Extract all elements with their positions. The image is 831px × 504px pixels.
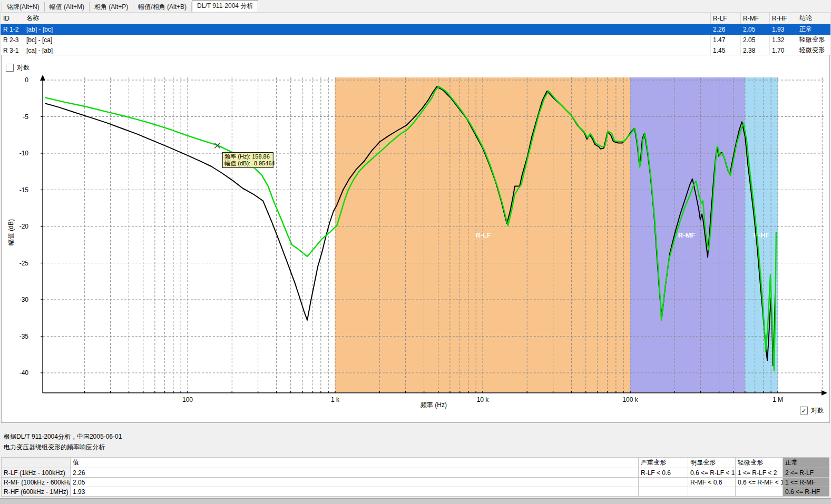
tooltip-frequency: 频率 (Hz): 158.86: [224, 153, 270, 160]
y-tick-label: -30: [19, 296, 29, 303]
criteria-cell-slight: 0.6 <= R-MF < 1: [736, 478, 783, 487]
y-tick-label: -5: [23, 113, 28, 121]
y-tick-label: -15: [19, 186, 29, 194]
criteria-column-header: [2, 458, 71, 468]
chart-panel[interactable]: R-LFR-MFR-HF1001 k10 k100 k1 M0-5-10-15-…: [1, 55, 830, 423]
tab-4-active[interactable]: DL/T 911-2004 分析: [192, 0, 258, 12]
y-tick-label: -20: [19, 223, 29, 230]
criteria-cell-value: 2.05: [71, 478, 639, 487]
checkbox-icon[interactable]: [6, 64, 14, 72]
tab-2[interactable]: 相角 (Alt+P): [90, 2, 133, 12]
tab-0[interactable]: 铭牌(Alt+N): [2, 2, 45, 12]
criteria-cell-obvious: R-MF < 0.6: [688, 478, 736, 487]
criteria-cell-value: 1.93: [71, 487, 639, 497]
cell-rmf[interactable]: 2.05: [741, 24, 770, 35]
fra-analysis-window: { "tabs": { "items": [ {"label": "铭牌(Alt…: [0, 0, 831, 504]
column-header[interactable]: R-HF: [770, 13, 797, 24]
region-label-R-MF: R-MF: [678, 231, 696, 239]
criteria-cell-severe: [639, 487, 688, 497]
cell-id[interactable]: R 1-2: [1, 24, 24, 35]
cell-rmf[interactable]: 2.05: [741, 35, 770, 45]
criteria-table-header: 值严重变形明显变形轻微变形正常: [2, 458, 829, 468]
y-tick-label: -25: [19, 260, 29, 267]
cell-conclusion[interactable]: 轻微变形: [797, 35, 830, 45]
cell-name[interactable]: [ca] - [ab]: [24, 45, 711, 56]
column-header[interactable]: R-MF: [741, 13, 770, 24]
cell-id[interactable]: R 3-1: [1, 45, 24, 56]
criteria-cell-label: R-MF (100kHz - 600kHz): [2, 478, 71, 487]
criteria-table: 值严重变形明显变形轻微变形正常 R-LF (1kHz - 100kHz)2.26…: [1, 457, 829, 497]
region-label-R-LF: R-LF: [475, 231, 491, 239]
table-row[interactable]: R 2-3[bc] - [ca]1.472.051.32轻微变形: [1, 35, 830, 45]
criteria-cell-slight: 1 <= R-LF < 2: [736, 468, 783, 478]
tab-3[interactable]: 幅值/相角 (Alt+B): [133, 2, 192, 12]
criteria-cell-label: R-LF (1kHz - 100kHz): [2, 468, 71, 478]
cell-conclusion[interactable]: 轻微变形: [797, 45, 830, 56]
cell-name[interactable]: [bc] - [ca]: [24, 35, 711, 45]
criteria-cell-normal: 1 <= R-MF: [783, 478, 829, 487]
cell-conclusion[interactable]: 正常: [797, 24, 830, 35]
criteria-column-header: 正常: [783, 458, 829, 468]
criteria-row: R-LF (1kHz - 100kHz)2.26R-LF < 0.60.6 <=…: [2, 468, 829, 478]
horizontal-scrollbar[interactable]: [0, 498, 831, 504]
log-scale-checkbox-top[interactable]: 对数: [6, 63, 30, 72]
criteria-cell-slight: [736, 487, 783, 497]
cell-rlf[interactable]: 1.45: [711, 45, 741, 56]
results-table: ID名称R-LFR-MFR-HF结论 R 1-2[ab] - [bc]2.262…: [1, 12, 830, 56]
criteria-column-header: 严重变形: [639, 458, 688, 468]
tab-bar: 铭牌(Alt+N)幅值 (Alt+M)相角 (Alt+P)幅值/相角 (Alt+…: [2, 0, 258, 12]
analysis-standard-note: 根据DL/T 911-2004分析，中国2005-06-01: [4, 432, 122, 441]
y-tick-label: -35: [19, 333, 29, 340]
criteria-cell-normal: 2 <= R-LF: [783, 468, 829, 478]
criteria-cell-severe: R-LF < 0.6: [639, 468, 688, 478]
cell-rhf[interactable]: 1.70: [770, 45, 797, 56]
column-header[interactable]: R-LF: [711, 13, 741, 24]
criteria-cell-label: R-HF (600kHz - 1MHz): [2, 487, 71, 497]
table-row[interactable]: R 3-1[ca] - [ab]1.452.381.70轻微变形: [1, 45, 830, 56]
x-tick-label: 1 k: [331, 396, 340, 403]
cell-name[interactable]: [ab] - [bc]: [24, 24, 711, 35]
y-axis-title: 幅值 (dB): [7, 219, 15, 245]
criteria-table-body: R-LF (1kHz - 100kHz)2.26R-LF < 0.60.6 <=…: [2, 468, 829, 497]
x-tick-label: 1 M: [773, 396, 783, 403]
fra-magnitude-plot[interactable]: R-LFR-MFR-HF1001 k10 k100 k1 M0-5-10-15-…: [2, 55, 829, 422]
cell-rlf[interactable]: 1.47: [711, 35, 741, 45]
x-tick-label: 100: [182, 396, 193, 403]
criteria-cell-obvious: [688, 487, 736, 497]
checkbox-icon[interactable]: [800, 407, 808, 414]
criteria-cell-obvious: 0.6 <= R-LF < 1: [688, 468, 736, 478]
criteria-row: R-MF (100kHz - 600kHz)2.05R-MF < 0.60.6 …: [2, 478, 829, 487]
column-header[interactable]: 结论: [797, 13, 830, 24]
criteria-row: R-HF (600kHz - 1MHz)1.930.6 <= R-HF: [2, 487, 829, 497]
cell-id[interactable]: R 2-3: [1, 35, 24, 45]
x-axis-title: 频率 (Hz): [420, 401, 447, 409]
checkbox-label: 对数: [811, 406, 824, 415]
y-tick-label: -40: [19, 369, 29, 377]
cell-rmf[interactable]: 2.38: [741, 45, 770, 56]
log-scale-checkbox-bottom[interactable]: 对数: [798, 406, 825, 416]
x-tick-label: 10 k: [477, 396, 490, 403]
analysis-title: 电力变压器绕组变形的频率响应分析: [4, 443, 105, 452]
x-tick-label: 100 k: [622, 396, 638, 403]
criteria-column-header: 值: [71, 458, 639, 468]
criteria-cell-severe: [639, 478, 688, 487]
column-header[interactable]: 名称: [24, 13, 711, 24]
y-tick-label: 0: [25, 76, 28, 84]
tab-1[interactable]: 幅值 (Alt+M): [45, 2, 90, 12]
column-header[interactable]: ID: [1, 13, 24, 24]
y-tick-label: -10: [19, 150, 29, 157]
results-table-body: R 1-2[ab] - [bc]2.262.051.93正常R 2-3[bc] …: [1, 24, 830, 56]
cell-rlf[interactable]: 2.26: [711, 24, 741, 35]
tooltip-magnitude: 幅值 (dB): -8.95464: [224, 160, 275, 166]
cell-rhf[interactable]: 1.32: [770, 35, 797, 45]
criteria-cell-normal: 0.6 <= R-HF: [783, 487, 829, 497]
criteria-column-header: 明显变形: [688, 458, 736, 468]
criteria-column-header: 轻微变形: [736, 458, 783, 468]
criteria-cell-value: 2.26: [71, 468, 639, 478]
results-table-header: ID名称R-LFR-MFR-HF结论: [1, 13, 830, 24]
table-row[interactable]: R 1-2[ab] - [bc]2.262.051.93正常: [1, 24, 830, 35]
cell-rhf[interactable]: 1.93: [770, 24, 797, 35]
checkbox-label: 对数: [17, 63, 30, 72]
